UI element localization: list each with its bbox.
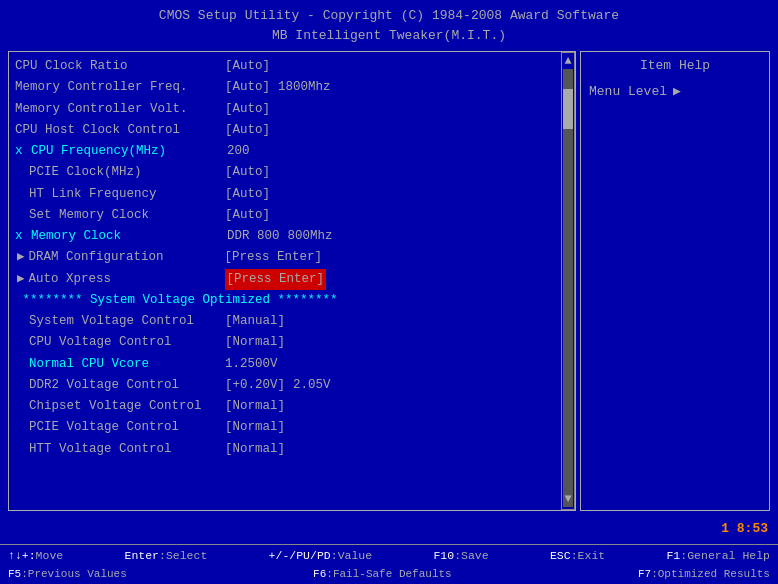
value-chipset-volt-ctrl: [Normal] [225, 396, 285, 417]
menu-level-row: Menu Level ▶ [589, 83, 761, 99]
row-cpu-clock-ratio[interactable]: CPU Clock Ratio [Auto] [15, 56, 553, 77]
x-marker-cpu-freq: x [15, 141, 29, 162]
key-f6: F6 [313, 568, 326, 580]
label-pcie-volt-ctrl: PCIE Voltage Control [15, 417, 225, 438]
header: CMOS Setup Utility - Copyright (C) 1984-… [0, 0, 778, 47]
bottom-row2: F5:Previous Values F6:Fail-Safe Defaults… [8, 566, 770, 583]
label-chipset-volt-ctrl: Chipset Voltage Control [15, 396, 225, 417]
scrollbar-down-arrow[interactable]: ▼ [564, 493, 571, 505]
row-system-voltage-header: ******** System Voltage Optimized ******… [15, 290, 553, 311]
key-move: ↑↓+: [8, 549, 36, 562]
menu-content: CPU Clock Ratio [Auto] Memory Controller… [15, 56, 569, 460]
bottom-enter: Enter:Select [125, 547, 208, 565]
extra-mem-clock: 800Mhz [288, 226, 333, 247]
main-area: CPU Clock Ratio [Auto] Memory Controller… [8, 51, 770, 511]
bottom-row1: ↑↓+:Move Enter:Select +/-/PU/PD:Value F1… [8, 547, 770, 565]
key-f5: F5 [8, 568, 21, 580]
bottom-bar: ↑↓+:Move Enter:Select +/-/PU/PD:Value F1… [0, 544, 778, 584]
value-cpu-volt-ctrl: [Normal] [225, 332, 285, 353]
value-cpu-host-clock: [Auto] [225, 120, 270, 141]
value-dram-config: [Press Enter] [225, 247, 323, 268]
scrollbar-track [563, 69, 573, 507]
menu-level-arrow-icon: ▶ [673, 83, 681, 99]
label-dram-config: DRAM Configuration [29, 247, 225, 268]
row-auto-xpress[interactable]: ▶ Auto Xpress [Press Enter] [15, 269, 553, 290]
label-set-mem-clock: Set Memory Clock [15, 205, 225, 226]
key-exit: ESC [550, 549, 571, 562]
left-panel: CPU Clock Ratio [Auto] Memory Controller… [8, 51, 576, 511]
row-mem-ctrl-volt[interactable]: Memory Controller Volt. [Auto] [15, 99, 553, 120]
value-mem-ctrl-volt: [Auto] [225, 99, 270, 120]
row-mem-clock[interactable]: x Memory Clock DDR 800 800Mhz [15, 226, 553, 247]
label-htt-volt-ctrl: HTT Voltage Control [15, 439, 225, 460]
key-enter: Enter [125, 549, 160, 562]
right-panel: Item Help Menu Level ▶ [580, 51, 770, 511]
value-normal-cpu-vcore: 1.2500V [225, 354, 278, 375]
row-sys-volt-ctrl[interactable]: System Voltage Control [Manual] [15, 311, 553, 332]
key-f7: F7 [638, 568, 651, 580]
value-pcie-clock: [Auto] [225, 162, 270, 183]
item-help-title: Item Help [589, 58, 761, 73]
key-value: +/-/PU/PD [269, 549, 331, 562]
row-set-mem-clock[interactable]: Set Memory Clock [Auto] [15, 205, 553, 226]
value-pcie-volt-ctrl: [Normal] [225, 417, 285, 438]
bottom-exit: ESC:Exit [550, 547, 605, 565]
label-ddr2-volt-ctrl: DDR2 Voltage Control [15, 375, 225, 396]
bios-screen: CMOS Setup Utility - Copyright (C) 1984-… [0, 0, 778, 584]
label-mem-clock: Memory Clock [31, 226, 227, 247]
row-normal-cpu-vcore[interactable]: Normal CPU Vcore 1.2500V [15, 354, 553, 375]
label-sys-volt-ctrl: System Voltage Control [15, 311, 225, 332]
menu-level-label: Menu Level [589, 84, 667, 99]
extra-mem-ctrl-freq: 1800Mhz [278, 77, 331, 98]
row-htt-volt-ctrl[interactable]: HTT Voltage Control [Normal] [15, 439, 553, 460]
label-pcie-clock: PCIE Clock(MHz) [15, 162, 225, 183]
bottom-help: F1:General Help [666, 547, 770, 565]
row-ht-link-freq[interactable]: HT Link Frequency [Auto] [15, 184, 553, 205]
row-chipset-volt-ctrl[interactable]: Chipset Voltage Control [Normal] [15, 396, 553, 417]
scrollbar-up-arrow[interactable]: ▲ [564, 55, 571, 67]
row-dram-config[interactable]: ▶ DRAM Configuration [Press Enter] [15, 247, 553, 268]
bottom-save: F10:Save [433, 547, 488, 565]
header-line1: CMOS Setup Utility - Copyright (C) 1984-… [0, 6, 778, 26]
label-cpu-host-clock: CPU Host Clock Control [15, 120, 225, 141]
header-line2: MB Intelligent Tweaker(M.I.T.) [0, 26, 778, 46]
row-ddr2-volt-ctrl[interactable]: DDR2 Voltage Control [+0.20V] 2.05V [15, 375, 553, 396]
value-sys-volt-ctrl: [Manual] [225, 311, 285, 332]
label-auto-xpress: Auto Xpress [29, 269, 225, 290]
x-marker-mem-clock: x [15, 226, 29, 247]
bottom-move: ↑↓+:Move [8, 547, 63, 565]
row-mem-ctrl-freq[interactable]: Memory Controller Freq. [Auto] 1800Mhz [15, 77, 553, 98]
label-cpu-clock-ratio: CPU Clock Ratio [15, 56, 225, 77]
key-save: F10 [433, 549, 454, 562]
row-cpu-freq[interactable]: x CPU Frequency(MHz) 200 [15, 141, 553, 162]
value-cpu-freq: 200 [227, 141, 250, 162]
key-help: F1 [666, 549, 680, 562]
label-cpu-freq: CPU Frequency(MHz) [31, 141, 227, 162]
label-mem-ctrl-volt: Memory Controller Volt. [15, 99, 225, 120]
extra-ddr2-volt-ctrl: 2.05V [293, 375, 331, 396]
row-pcie-clock[interactable]: PCIE Clock(MHz) [Auto] [15, 162, 553, 183]
value-auto-xpress: [Press Enter] [225, 269, 327, 290]
value-cpu-clock-ratio: [Auto] [225, 56, 270, 77]
row-pcie-volt-ctrl[interactable]: PCIE Voltage Control [Normal] [15, 417, 553, 438]
scrollbar-thumb [563, 89, 573, 129]
clock-display: 1 8:53 [721, 521, 768, 536]
triangle-dram: ▶ [15, 247, 25, 268]
value-ddr2-volt-ctrl: [+0.20V] [225, 375, 285, 396]
bottom-value: +/-/PU/PD:Value [269, 547, 373, 565]
bottom-optimized: F7:Optimized Results [638, 566, 770, 583]
label-normal-cpu-vcore: Normal CPU Vcore [15, 354, 225, 375]
value-htt-volt-ctrl: [Normal] [225, 439, 285, 460]
value-mem-clock: DDR 800 [227, 226, 280, 247]
row-cpu-host-clock[interactable]: CPU Host Clock Control [Auto] [15, 120, 553, 141]
triangle-auto-xpress: ▶ [15, 269, 25, 290]
value-mem-ctrl-freq: [Auto] [225, 77, 270, 98]
label-ht-link-freq: HT Link Frequency [15, 184, 225, 205]
row-cpu-volt-ctrl[interactable]: CPU Voltage Control [Normal] [15, 332, 553, 353]
label-mem-ctrl-freq: Memory Controller Freq. [15, 77, 225, 98]
bottom-prev-values: F5:Previous Values [8, 566, 127, 583]
value-ht-link-freq: [Auto] [225, 184, 270, 205]
label-cpu-volt-ctrl: CPU Voltage Control [15, 332, 225, 353]
scrollbar[interactable]: ▲ ▼ [561, 52, 575, 510]
bottom-fail-safe: F6:Fail-Safe Defaults [313, 566, 452, 583]
